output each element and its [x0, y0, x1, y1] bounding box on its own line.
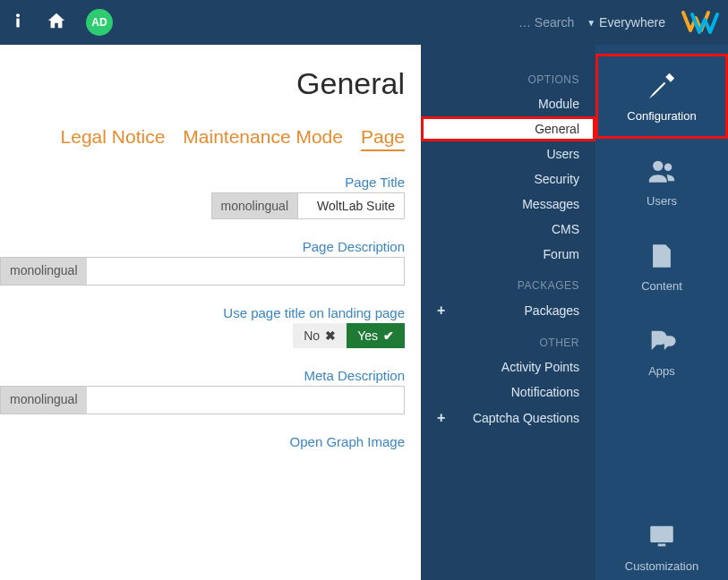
primary-nav-rail: ConfigurationUsersContentAppsCustomizati…: [595, 45, 728, 580]
subnav-item[interactable]: Module: [421, 91, 595, 116]
meta-description-input[interactable]: [87, 386, 406, 414]
tab[interactable]: Maintenance Mode: [183, 126, 343, 151]
subnav-item[interactable]: CMS: [421, 217, 595, 242]
field-label: Page Description: [0, 239, 405, 254]
rail-item-apps[interactable]: Apps: [595, 309, 728, 394]
subnav-item-label: Activity Points: [501, 360, 579, 374]
search-container: [113, 14, 574, 30]
field-label: Meta Description: [0, 368, 405, 383]
subnav-item[interactable]: Activity Points: [421, 354, 595, 380]
rail-item-customization[interactable]: Customization: [595, 504, 728, 580]
subnav-item-label: Users: [546, 147, 579, 161]
subnav-item-label: General: [535, 122, 579, 136]
field-meta-description: Meta Description monolingual: [0, 368, 405, 414]
field-page-title: Page Title WoltLab Suite monolingual: [0, 175, 405, 219]
search-scope-label: Everywhere: [599, 15, 665, 30]
search-input[interactable]: [422, 15, 574, 30]
field-label: Use page title on landing page: [0, 305, 405, 320]
check-icon: ✔: [383, 328, 394, 343]
lang-pill[interactable]: monolingual: [211, 192, 298, 219]
rail-item-label: Configuration: [627, 109, 696, 123]
subnav-item[interactable]: Notifications: [421, 380, 595, 405]
subnav-section-head: OPTIONS: [421, 61, 595, 91]
subnav-section-head: PACKAGES: [421, 267, 595, 297]
rail-item-label: Users: [647, 194, 677, 208]
lang-pill[interactable]: monolingual: [0, 257, 87, 286]
subnav-item[interactable]: Packages+: [421, 297, 595, 324]
home-icon[interactable]: [47, 11, 66, 35]
avatar[interactable]: AD: [86, 9, 113, 36]
subnav-item[interactable]: Messages: [421, 192, 595, 217]
field-label: Page Title: [0, 175, 405, 190]
subnav-item[interactable]: Users: [421, 141, 595, 166]
secondary-nav: OPTIONSModuleGeneralUsersSecurityMessage…: [421, 45, 595, 580]
configuration-icon: [646, 70, 678, 102]
subnav-item-label: Messages: [522, 197, 579, 211]
subnav-item[interactable]: Captcha Questions+: [421, 405, 595, 431]
subnav-item-label: Module: [538, 97, 579, 111]
main-content: General PageMaintenance ModeLegal Notice…: [0, 45, 421, 580]
apps-icon: [646, 325, 678, 357]
subnav-item-label: Security: [534, 172, 579, 186]
x-icon: ✖: [325, 328, 336, 343]
field-og-image: Open Graph Image: [0, 434, 405, 449]
svg-rect-1: [16, 18, 19, 27]
tab[interactable]: Legal Notice: [61, 126, 166, 151]
tab-strip: PageMaintenance ModeLegal Notice: [0, 126, 405, 151]
svg-point-3: [664, 164, 672, 172]
plus-icon[interactable]: +: [437, 303, 445, 319]
subnav-section-head: OTHER: [421, 324, 595, 354]
subnav-item[interactable]: General: [421, 116, 595, 141]
page-title-input[interactable]: WoltLab Suite: [297, 192, 405, 219]
info-icon[interactable]: [9, 11, 27, 35]
rail-item-content[interactable]: Content: [595, 224, 728, 309]
tab[interactable]: Page: [361, 126, 405, 151]
topbar: Everywhere ▼ AD: [0, 0, 728, 45]
yes-button[interactable]: ✔Yes: [347, 323, 405, 348]
subnav-item[interactable]: Security: [421, 166, 595, 192]
plus-icon[interactable]: +: [437, 410, 445, 426]
subnav-item-label: Packages: [525, 303, 579, 318]
rail-item-label: Apps: [648, 364, 675, 378]
svg-rect-5: [658, 544, 666, 547]
content-icon: [646, 240, 678, 272]
page-description-input[interactable]: [87, 257, 406, 286]
app-logo: [681, 9, 719, 36]
rail-item-label: Customization: [625, 559, 698, 573]
subnav-item-label: Forum: [544, 247, 579, 261]
rail-item-label: Content: [641, 279, 682, 293]
subnav-item-label: Captcha Questions: [473, 411, 579, 425]
subnav-item-label: Notifications: [511, 385, 579, 399]
page-title: General: [0, 66, 405, 101]
customization-icon: [646, 520, 678, 552]
field-page-description: Page Description monolingual: [0, 239, 405, 286]
svg-point-2: [653, 161, 663, 171]
svg-point-0: [16, 13, 20, 17]
subnav-item-label: CMS: [552, 222, 579, 236]
subnav-item[interactable]: Forum: [421, 242, 595, 267]
no-button[interactable]: ✖No: [293, 323, 347, 348]
svg-rect-4: [650, 526, 673, 542]
rail-item-configuration[interactable]: Configuration: [595, 54, 728, 139]
users-icon: [646, 155, 678, 187]
field-landing-title: Use page title on landing page ✔Yes ✖No: [0, 305, 405, 348]
lang-pill[interactable]: monolingual: [0, 386, 87, 414]
chevron-down-icon: ▼: [587, 18, 595, 28]
search-scope-dropdown[interactable]: Everywhere ▼: [587, 15, 665, 30]
field-label: Open Graph Image: [0, 434, 405, 449]
rail-item-users[interactable]: Users: [595, 139, 728, 224]
